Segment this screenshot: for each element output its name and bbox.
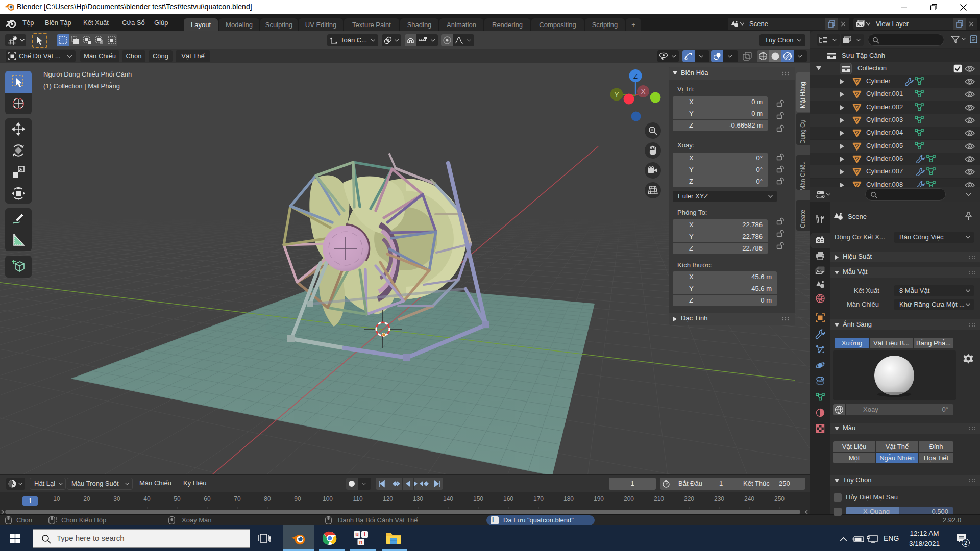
svg-text:Y: Y [615, 91, 619, 98]
svg-text:Z: Z [633, 72, 638, 80]
svg-text:X: X [641, 88, 646, 95]
svg-text:i: i [364, 531, 365, 537]
svg-text:u: u [355, 531, 359, 537]
svg-text:n: n [359, 539, 363, 545]
